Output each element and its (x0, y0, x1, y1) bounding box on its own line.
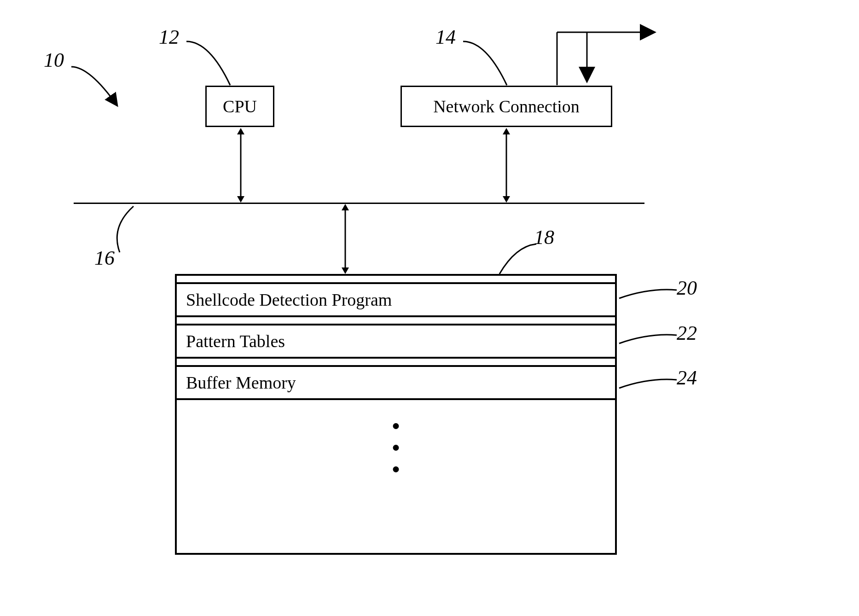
ellipsis-dots (393, 423, 399, 472)
ref-label-24: 24 (677, 366, 697, 389)
svg-marker-12 (503, 196, 510, 203)
ref-label-12: 12 (159, 25, 179, 49)
leader-20 (617, 285, 679, 304)
cpu-label: CPU (223, 96, 257, 116)
leader-10 (67, 62, 127, 113)
network-label: Network Connection (433, 96, 580, 116)
svg-marker-14 (342, 204, 349, 210)
leader-14 (459, 37, 518, 90)
network-io-arrows (541, 18, 661, 87)
leader-18 (497, 239, 543, 279)
arrow-cpu-bus (235, 128, 249, 204)
shellcode-label: Shellcode Detection Program (186, 290, 392, 309)
svg-marker-15 (342, 267, 349, 274)
ref-label-10: 10 (44, 48, 64, 72)
svg-marker-11 (503, 128, 510, 134)
memory-row-buffer: Buffer Memory (177, 365, 615, 400)
svg-marker-9 (237, 196, 244, 203)
bus-line (74, 203, 644, 204)
ref-label-22: 22 (677, 321, 697, 345)
leader-16 (106, 204, 157, 255)
cpu-box: CPU (205, 86, 274, 127)
arrow-network-bus (500, 128, 514, 204)
arrow-bus-memory (339, 204, 353, 275)
network-connection-box: Network Connection (400, 86, 612, 127)
memory-row-pattern: Pattern Tables (177, 324, 615, 359)
ref-label-14: 14 (435, 25, 456, 49)
leader-12 (182, 37, 242, 90)
memory-row-shellcode: Shellcode Detection Program (177, 282, 615, 317)
diagram-container: 10 12 14 CPU Network Connection (0, 0, 859, 616)
leader-24 (617, 375, 679, 394)
leader-22 (617, 331, 679, 349)
memory-box: Shellcode Detection Program Pattern Tabl… (175, 274, 617, 555)
ref-label-20: 20 (677, 276, 697, 300)
svg-marker-8 (237, 128, 244, 134)
buffer-label: Buffer Memory (186, 373, 296, 392)
pattern-label: Pattern Tables (186, 331, 285, 351)
